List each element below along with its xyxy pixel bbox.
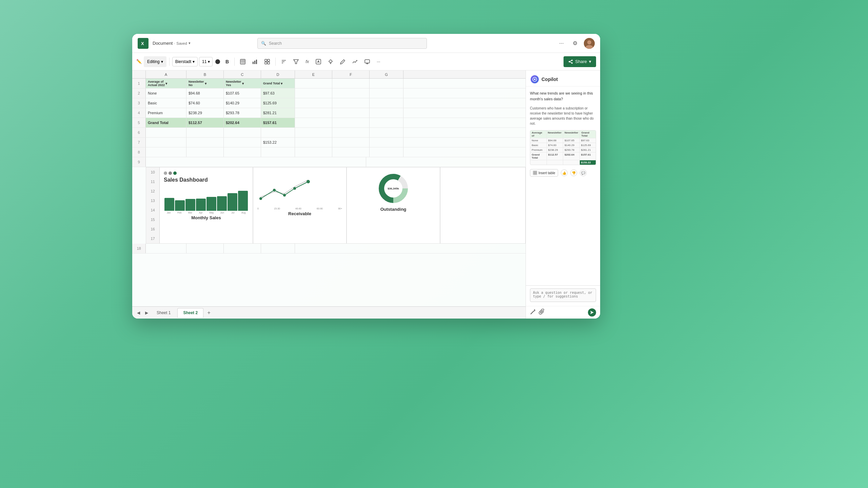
cell-d8[interactable] [261, 147, 295, 157]
thumbup-button[interactable]: 👍 [561, 169, 568, 176]
cell-c1-filter[interactable]: ▾ [242, 82, 244, 85]
cell-a8[interactable] [146, 147, 186, 157]
dashboard-area: 10 11 12 13 14 15 16 17 [146, 167, 526, 244]
cell-c5[interactable]: $202.64 [224, 118, 261, 127]
formula-icon[interactable]: fx [303, 56, 312, 67]
cell-b8[interactable] [186, 147, 224, 157]
cell-c4[interactable]: $293.78 [224, 108, 261, 118]
color-swatch[interactable] [215, 59, 220, 64]
cell-g8[interactable] [370, 147, 403, 157]
cell-a2[interactable]: None [146, 88, 186, 98]
insert-table-button[interactable]: Insert table [530, 169, 558, 177]
cell-e2[interactable] [295, 88, 332, 98]
wand-icon[interactable] [530, 309, 536, 316]
cell-f4[interactable] [332, 108, 370, 118]
more-button[interactable]: ··· [557, 39, 566, 48]
format-icon[interactable] [313, 56, 324, 67]
cell-a1[interactable]: Average ofActual 2022 ▾ [146, 79, 186, 88]
lightbulb-icon[interactable] [325, 56, 336, 67]
search-bar[interactable]: 🔍 Search [257, 38, 427, 49]
cell-b3[interactable]: $74.60 [186, 98, 224, 108]
cell-b5[interactable]: $112.57 [186, 118, 224, 127]
cell-e3[interactable] [295, 98, 332, 108]
cell-d3[interactable]: $125.69 [261, 98, 295, 108]
cell-f7[interactable] [332, 138, 370, 147]
comment-icon[interactable] [362, 56, 373, 67]
cell-d5[interactable]: $157.61 [261, 118, 295, 127]
paperclip-icon[interactable] [539, 309, 545, 316]
cell-g1[interactable] [370, 79, 403, 88]
cell-e6[interactable] [295, 128, 332, 137]
cell-a3[interactable]: Basic [146, 98, 186, 108]
cell-b1[interactable]: NewsletterNo ▾ [186, 79, 224, 88]
cell-d6[interactable] [261, 128, 295, 137]
cell-g7[interactable] [370, 138, 403, 147]
cell-c8[interactable] [224, 147, 261, 157]
cell-c3[interactable]: $140.29 [224, 98, 261, 108]
cell-c2[interactable]: $107.65 [224, 88, 261, 98]
font-size-dropdown[interactable]: 11 ▾ [199, 57, 213, 66]
thumbdown-button[interactable]: 👎 [570, 169, 577, 176]
tab-sheet2[interactable]: Sheet 2 [177, 308, 203, 318]
add-sheet-button[interactable]: + [205, 309, 213, 317]
cell-f1[interactable] [332, 79, 370, 88]
cell-a5[interactable]: Grand Total [146, 118, 186, 127]
cell-b1-filter[interactable]: ▾ [205, 82, 206, 85]
cell-f8[interactable] [332, 147, 370, 157]
cell-f2[interactable] [332, 88, 370, 98]
sort-icon[interactable] [278, 56, 289, 67]
pivot-icon[interactable] [262, 56, 273, 67]
cell-e1[interactable] [295, 79, 332, 88]
send-button[interactable] [588, 308, 596, 317]
cell-c1[interactable]: NewsletterYes ▾ [224, 79, 261, 88]
cell-b4[interactable]: $238.29 [186, 108, 224, 118]
cell-a1-filter[interactable]: ▾ [165, 82, 167, 85]
tab-next-button[interactable]: ▶ [143, 309, 150, 316]
cell-g2[interactable] [370, 88, 403, 98]
cell-c6[interactable] [224, 128, 261, 137]
cell-d1[interactable]: Grand Total ▾ [261, 79, 295, 88]
cell-g5[interactable] [370, 118, 403, 127]
avatar[interactable] [584, 38, 595, 49]
graph-icon[interactable] [350, 56, 360, 67]
cell-c7[interactable] [224, 138, 261, 147]
chat-button[interactable]: 💬 [580, 169, 587, 176]
cell-c18[interactable] [224, 244, 261, 253]
chart-icon[interactable] [250, 56, 260, 67]
cell-e8[interactable] [295, 147, 332, 157]
cell-e5[interactable] [295, 118, 332, 127]
cell-f3[interactable] [332, 98, 370, 108]
insert-table-icon[interactable] [237, 56, 248, 67]
cell-a18[interactable] [146, 244, 186, 253]
tab-sheet1[interactable]: Sheet 1 [151, 308, 176, 318]
cell-b7[interactable] [186, 138, 224, 147]
copilot-input-field[interactable] [530, 288, 596, 302]
more-tools-button[interactable]: ··· [374, 56, 383, 67]
cell-g6[interactable] [370, 128, 403, 137]
cell-g4[interactable] [370, 108, 403, 118]
cell-e4[interactable] [295, 108, 332, 118]
cell-d4[interactable]: $281.21 [261, 108, 295, 118]
cell-d7[interactable]: $153.22 [261, 138, 295, 147]
share-button[interactable]: Share ▾ [564, 56, 596, 67]
tab-prev-button[interactable]: ◀ [135, 309, 142, 316]
cell-g3[interactable] [370, 98, 403, 108]
pen-icon[interactable] [337, 56, 348, 67]
cell-a7[interactable] [146, 138, 186, 147]
cell-a4[interactable]: Premium [146, 108, 186, 118]
cell-b6[interactable] [186, 128, 224, 137]
cell-b18[interactable] [186, 244, 224, 253]
bold-button[interactable]: B [223, 56, 232, 67]
cell-f6[interactable] [332, 128, 370, 137]
cell-e7[interactable] [295, 138, 332, 147]
cell-d18[interactable] [261, 244, 295, 253]
cell-b2[interactable]: $94.68 [186, 88, 224, 98]
settings-button[interactable]: ⚙ [570, 39, 580, 48]
editing-dropdown[interactable]: Editing ▾ [144, 56, 166, 67]
font-name-dropdown[interactable]: Bierstadt ▾ [172, 57, 198, 66]
filter-icon[interactable] [291, 56, 301, 67]
cell-d2[interactable]: $97.63 [261, 88, 295, 98]
cell-a6[interactable] [146, 128, 186, 137]
cell-f5[interactable] [332, 118, 370, 127]
cell-d1-filter[interactable]: ▾ [281, 82, 282, 85]
